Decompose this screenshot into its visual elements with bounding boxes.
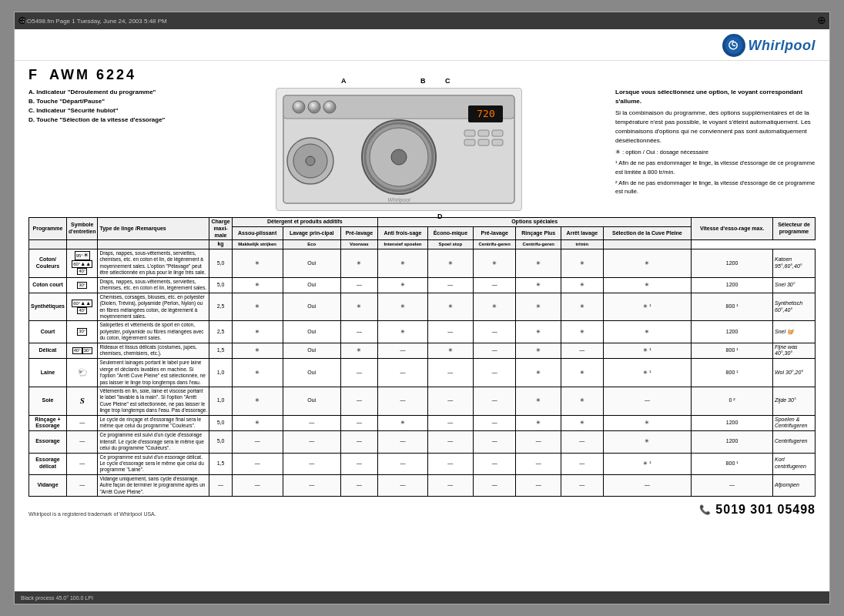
table-row: Vidange—Vidange uniquement, sans cycle d… <box>29 474 816 496</box>
th-pre: Pré-lavage <box>340 226 377 240</box>
svg-rect-19 <box>478 139 489 146</box>
table-row: Essorage—Ce programme est suivi d'un cyc… <box>29 431 816 453</box>
table-row: Synthétiques60°▲▲40°Chemises, corsages, … <box>29 293 816 321</box>
logo-icon <box>722 34 745 57</box>
svg-rect-16 <box>478 130 489 136</box>
th-lavage: Lavage prin-cipal <box>283 226 340 240</box>
right-note: ✳ : option / Oui : dosage nécessaire <box>615 148 816 156</box>
model-title: AWM 6224 <box>49 67 136 83</box>
machine-image: 720 Whirlpool <box>276 88 522 211</box>
th-selection: Sélection de la Cuve Pleine <box>603 226 692 240</box>
th-nl-centri: Centrifu-geren <box>473 240 516 249</box>
th-selector: Sélecteur de programme <box>773 218 816 240</box>
th-anti: Anti frois-sage <box>378 226 428 240</box>
intro-section: A. Indicateur "Déroulement du programme"… <box>28 88 816 211</box>
table-row: Délicat40°30°Rideaux et tissus délicats … <box>29 343 816 359</box>
indicator-c: C. Indicateur "Sécurité hublot" <box>28 106 183 116</box>
th-arret: Arrêt lavage <box>561 226 603 240</box>
th-unit-sel <box>603 240 692 249</box>
svg-point-11 <box>391 149 407 165</box>
phone-icon: 📞 <box>699 504 711 515</box>
th-charge: Charge maxi-male <box>209 218 232 240</box>
th-eco: Écono-mique <box>427 226 473 240</box>
th-unit-kg: kg <box>209 240 232 249</box>
table-row: Court30°Salopettes et vêtements de sport… <box>29 321 816 343</box>
right-description-col: Lorsque vous sélectionnez une option, le… <box>615 88 816 211</box>
th-options-group: Options spéciales <box>378 218 692 227</box>
svg-point-4 <box>308 101 320 113</box>
bottom-bar: Black process 45.0° 100.0 LPI <box>15 591 829 604</box>
label-a: A <box>341 77 347 85</box>
th-nl-voor: Voorwas <box>340 240 377 249</box>
reg-mark-tl: ⊕ <box>16 14 28 26</box>
footer: Whirlpool is a registered trademark of W… <box>15 501 829 520</box>
table-row: Coton court30°Draps, nappes, sous-vêteme… <box>29 277 816 293</box>
th-assou: Assou-plissant <box>232 226 283 240</box>
table-row: Rinçage + Essorage—Le cycle de rinçage e… <box>29 415 816 431</box>
label-d: D <box>437 212 443 220</box>
svg-rect-15 <box>464 130 475 136</box>
bottom-bar-text: Black process 45.0° 100.0 LPI <box>21 595 93 601</box>
programme-table: Programme Symbole d'entretien Type de li… <box>28 217 816 497</box>
part-number-area: 📞 5019 301 05498 <box>699 503 816 517</box>
brand-name: Whirlpool <box>749 38 816 54</box>
th-symbole: Symbole d'entretien <box>66 218 98 240</box>
th-nl-spoel: Spoel stop <box>427 240 473 249</box>
indicator-a: A. Indicateur "Déroulement du programme" <box>28 88 183 97</box>
indicator-d: D. Touche "Sélection de la vitesse d'ess… <box>28 116 183 125</box>
header-row: Whirlpool <box>15 29 829 61</box>
svg-point-3 <box>293 101 305 113</box>
svg-point-8 <box>306 156 315 166</box>
th-nl-eco: Eco <box>283 240 340 249</box>
table-row: Essorage délicat—Ce programme est suivi … <box>29 453 816 474</box>
indicator-b: B. Touche "Départ/Pause" <box>28 97 183 106</box>
th-vitesse: Vitesse d'esso-rage max. <box>692 218 773 240</box>
svg-text:720: 720 <box>477 108 494 119</box>
right-body: Si la combinaison du programme, des opti… <box>615 109 816 146</box>
th-type: Type de linge /Remarques <box>98 218 209 240</box>
table-body: Coton/ Couleurs95°☀60°▲▲40°Draps, nappes… <box>29 249 816 497</box>
table-row: Laine🐑Seulement lainages portant le labe… <box>29 359 816 387</box>
th-nl-centri2: Centrifu-geren <box>516 240 561 249</box>
page-label: F <box>28 67 37 83</box>
footnote-1: ¹ Afin de ne pas endommager le linge, la… <box>615 159 816 176</box>
right-intro: Lorsque vous sélectionnez une option, le… <box>615 88 816 106</box>
part-number: 5019 301 05498 <box>715 503 816 517</box>
indicators-col: A. Indicateur "Déroulement du programme"… <box>28 88 183 211</box>
table-row: Coton/ Couleurs95°☀60°▲▲40°Draps, nappes… <box>29 249 816 278</box>
machine-svg: 720 Whirlpool <box>280 92 518 207</box>
th-unit-type <box>98 240 209 249</box>
th-pre2: Pré-lavage <box>473 226 516 240</box>
th-unit-prog <box>29 240 67 249</box>
page-container: ⊕ ⊕ ⊕ ⊕ XrO5498.fm Page 1 Tuesday, June … <box>14 12 830 604</box>
topbar-text: XrO5498.fm Page 1 Tuesday, June 24, 2003… <box>21 18 167 25</box>
top-bar: XrO5498.fm Page 1 Tuesday, June 24, 2003… <box>15 12 829 29</box>
th-unit-trmin: tr/min <box>561 240 603 249</box>
th-unit-sym <box>66 240 98 249</box>
svg-point-5 <box>323 101 336 113</box>
svg-text:Whirlpool: Whirlpool <box>387 197 410 203</box>
svg-rect-20 <box>492 139 503 146</box>
footnote-2: ² Afin de ne pas endommager le linge, la… <box>615 179 816 196</box>
trademark-text: Whirlpool is a registered trademark of W… <box>28 511 156 517</box>
th-programme: Programme <box>29 218 67 240</box>
svg-rect-18 <box>464 139 475 146</box>
whirlpool-logo: Whirlpool <box>722 34 816 57</box>
th-rincage: Rinçage Plus <box>516 226 561 240</box>
th-detergent-group: Détergent et produits additifs <box>232 218 378 227</box>
table-row: SoieSVêtements en lin, soie, laine et vi… <box>29 387 816 415</box>
th-nl-maak: Makkelijk strijken <box>232 240 283 249</box>
label-b: B <box>420 77 426 85</box>
label-c: C <box>445 77 450 85</box>
th-nl-int: Intensief spoelen <box>378 240 428 249</box>
content-area: F AWM 6224 A. Indicateur "Déroulement du… <box>15 61 829 500</box>
machine-image-col: A B C <box>192 88 606 211</box>
svg-rect-17 <box>492 130 503 136</box>
whirlpool-swirl-icon <box>725 36 743 55</box>
reg-mark-tr: ⊕ <box>816 14 828 26</box>
